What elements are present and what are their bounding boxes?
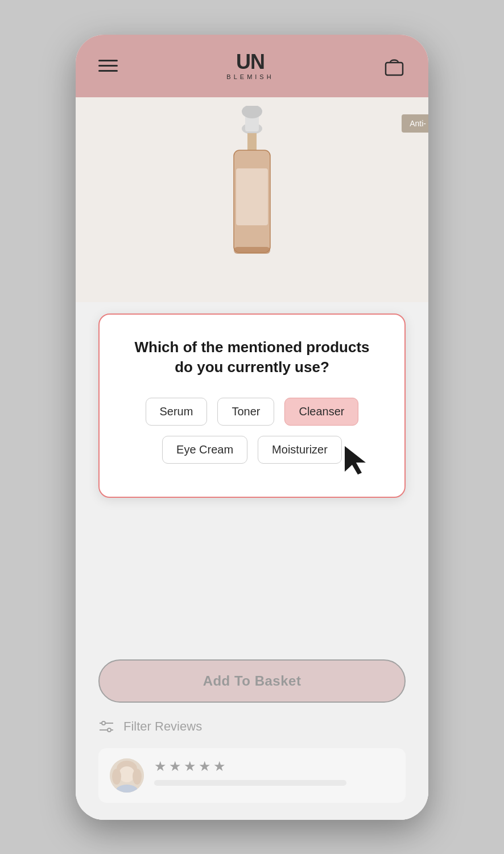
main-content: Which of the mentioned products do you c… <box>76 302 428 820</box>
svg-rect-0 <box>386 63 403 75</box>
product-tag: Anti- <box>402 114 428 133</box>
option-toner[interactable]: Toner <box>217 398 274 426</box>
modal-overlay: Which of the mentioned products do you c… <box>76 302 428 820</box>
modal-question: Which of the mentioned products do you c… <box>128 337 376 377</box>
product-image-section: Anti- <box>76 97 428 302</box>
product-bottle <box>195 106 309 294</box>
options-row-2: Eye Cream Moisturizer <box>128 436 376 464</box>
logo: UN BLEMISH <box>226 52 274 80</box>
modal-card: Which of the mentioned products do you c… <box>98 313 406 498</box>
option-serum[interactable]: Serum <box>146 398 208 426</box>
svg-rect-7 <box>236 168 268 225</box>
options-row-1: Serum Toner Cleanser <box>128 398 376 426</box>
option-cleanser[interactable]: Cleanser <box>284 398 358 426</box>
app-header: UN BLEMISH <box>76 35 428 97</box>
svg-point-3 <box>242 106 262 118</box>
option-eye-cream[interactable]: Eye Cream <box>162 436 247 464</box>
option-moisturizer[interactable]: Moisturizer <box>258 436 342 464</box>
cart-button[interactable] <box>383 55 406 77</box>
svg-rect-8 <box>234 247 270 254</box>
svg-rect-4 <box>247 133 257 150</box>
menu-button[interactable] <box>98 60 118 72</box>
cursor-pointer <box>342 443 370 480</box>
logo-main: UN <box>236 52 265 72</box>
logo-sub: BLEMISH <box>226 73 274 80</box>
phone-frame: UN BLEMISH An <box>76 35 428 820</box>
svg-marker-9 <box>345 446 366 475</box>
